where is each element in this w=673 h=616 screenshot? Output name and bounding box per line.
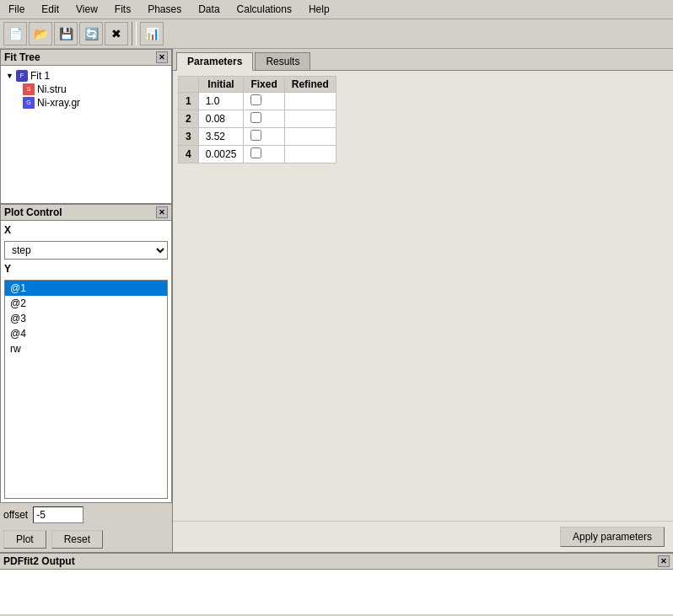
tree-fit1-label: Fit 1 bbox=[30, 70, 50, 82]
toolbar: 📄 📂 💾 🔄 ✖ 📊 bbox=[0, 19, 673, 49]
y-item-2[interactable]: @2 bbox=[5, 296, 167, 311]
col-refined: Refined bbox=[284, 77, 336, 93]
reset-button[interactable]: Reset bbox=[51, 530, 103, 549]
output-close[interactable]: ✕ bbox=[658, 555, 670, 567]
col-initial: Initial bbox=[198, 77, 244, 93]
new-button[interactable]: 📄 bbox=[3, 22, 27, 46]
fit-tree: ▼ F Fit 1 S Ni.stru G Ni-xray.gr bbox=[0, 65, 172, 204]
table-row: 2 0.08 bbox=[179, 110, 336, 128]
fit-tree-header: Fit Tree ✕ bbox=[0, 49, 172, 65]
row-refined-2 bbox=[284, 110, 336, 128]
tree-ni-stru-label: Ni.stru bbox=[37, 83, 67, 95]
main-layout: Fit Tree ✕ ▼ F Fit 1 S Ni.stru G Ni-xray… bbox=[0, 49, 673, 552]
row-refined-3 bbox=[284, 128, 336, 146]
offset-label: offset bbox=[3, 509, 28, 521]
row-initial-4[interactable]: 0.0025 bbox=[198, 146, 244, 163]
table-row: 3 3.52 bbox=[179, 128, 336, 146]
offset-row: offset bbox=[0, 503, 172, 527]
menu-file[interactable]: File bbox=[3, 2, 30, 17]
tree-arrow-icon: ▼ bbox=[6, 72, 13, 80]
menu-view[interactable]: View bbox=[71, 2, 103, 17]
plot-control-close[interactable]: ✕ bbox=[156, 206, 168, 218]
apply-row: Apply parameters bbox=[173, 521, 673, 552]
plot-body: X step r q Y @1 @2 @3 @4 rw bbox=[0, 220, 172, 503]
open-button[interactable]: 📂 bbox=[29, 22, 52, 46]
y-label: Y bbox=[4, 263, 168, 275]
x-select[interactable]: step r q bbox=[5, 244, 167, 257]
plot-control: Plot Control ✕ X step r q Y @1 @2 @3 bbox=[0, 204, 172, 552]
plot-buttons: Plot Reset bbox=[0, 527, 172, 552]
output-body bbox=[0, 570, 673, 614]
tab-bar: Parameters Results bbox=[173, 49, 673, 71]
fixed-checkbox-3[interactable] bbox=[250, 130, 261, 141]
fixed-checkbox-4[interactable] bbox=[250, 147, 261, 158]
y-item-4[interactable]: @4 bbox=[5, 326, 167, 341]
plot-button[interactable]: Plot bbox=[3, 530, 46, 549]
y-item-rw[interactable]: rw bbox=[5, 341, 167, 356]
menu-phases[interactable]: Phases bbox=[143, 2, 186, 17]
menu-fits[interactable]: Fits bbox=[110, 2, 136, 17]
col-fixed: Fixed bbox=[244, 77, 284, 93]
tab-parameters[interactable]: Parameters bbox=[176, 52, 253, 71]
tree-ni-stru[interactable]: S Ni.stru bbox=[21, 83, 168, 96]
row-fixed-2[interactable] bbox=[244, 110, 284, 128]
menubar: File Edit View Fits Phases Data Calculat… bbox=[0, 0, 673, 19]
menu-data[interactable]: Data bbox=[193, 2, 224, 17]
toolbar-separator bbox=[132, 22, 137, 46]
row-index-1: 1 bbox=[179, 93, 199, 110]
y-item-3[interactable]: @3 bbox=[5, 311, 167, 326]
table-row: 1 1.0 bbox=[179, 93, 336, 110]
menu-help[interactable]: Help bbox=[304, 2, 335, 17]
row-fixed-4[interactable] bbox=[244, 146, 284, 163]
row-fixed-1[interactable] bbox=[244, 93, 284, 110]
fixed-checkbox-2[interactable] bbox=[250, 112, 261, 123]
output-header: PDFfit2 Output ✕ bbox=[0, 554, 673, 570]
left-panel: Fit Tree ✕ ▼ F Fit 1 S Ni.stru G Ni-xray… bbox=[0, 49, 173, 552]
tree-ni-gr[interactable]: G Ni-xray.gr bbox=[21, 96, 168, 110]
x-dropdown[interactable]: step r q bbox=[4, 241, 168, 260]
row-index-3: 3 bbox=[179, 128, 199, 146]
fixed-checkbox-1[interactable] bbox=[250, 94, 261, 105]
y-item-1[interactable]: @1 bbox=[5, 281, 167, 296]
tab-results[interactable]: Results bbox=[255, 52, 310, 70]
row-initial-1[interactable]: 1.0 bbox=[198, 93, 244, 110]
menu-edit[interactable]: Edit bbox=[36, 2, 64, 17]
offset-input[interactable] bbox=[33, 506, 83, 523]
row-index-4: 4 bbox=[179, 146, 199, 163]
table-row: 4 0.0025 bbox=[179, 146, 336, 163]
row-initial-3[interactable]: 3.52 bbox=[198, 128, 244, 146]
row-fixed-3[interactable] bbox=[244, 128, 284, 146]
x-label: X bbox=[4, 224, 168, 236]
row-refined-4 bbox=[284, 146, 336, 163]
tree-fit1[interactable]: ▼ F Fit 1 bbox=[4, 69, 168, 83]
tree-ni-gr-label: Ni-xray.gr bbox=[37, 97, 80, 109]
chart-button[interactable]: 📊 bbox=[140, 22, 164, 46]
row-initial-2[interactable]: 0.08 bbox=[198, 110, 244, 128]
params-table: Initial Fixed Refined 1 1.0 2 0.08 bbox=[178, 76, 336, 163]
gr-icon: G bbox=[23, 97, 35, 109]
save-button[interactable]: 💾 bbox=[54, 22, 78, 46]
row-index-2: 2 bbox=[179, 110, 199, 128]
output-panel: PDFfit2 Output ✕ bbox=[0, 552, 673, 614]
fit-icon: F bbox=[16, 70, 28, 82]
fit-tree-title: Fit Tree bbox=[4, 51, 40, 63]
output-title: PDFfit2 Output bbox=[3, 555, 75, 567]
stru-icon: S bbox=[23, 83, 35, 95]
plot-control-title: Plot Control bbox=[4, 206, 62, 218]
apply-parameters-button[interactable]: Apply parameters bbox=[560, 527, 665, 547]
tree-children: S Ni.stru G Ni-xray.gr bbox=[21, 83, 168, 110]
y-list: @1 @2 @3 @4 rw bbox=[4, 280, 168, 499]
refresh-button[interactable]: 🔄 bbox=[79, 22, 103, 46]
fit-tree-close[interactable]: ✕ bbox=[156, 51, 168, 63]
col-index bbox=[179, 77, 199, 93]
stop-button[interactable]: ✖ bbox=[105, 22, 128, 46]
params-area: Initial Fixed Refined 1 1.0 2 0.08 bbox=[173, 71, 673, 521]
plot-control-header: Plot Control ✕ bbox=[0, 204, 172, 220]
right-panel: Parameters Results Initial Fixed Refined… bbox=[173, 49, 673, 552]
row-refined-1 bbox=[284, 93, 336, 110]
menu-calculations[interactable]: Calculations bbox=[232, 2, 297, 17]
